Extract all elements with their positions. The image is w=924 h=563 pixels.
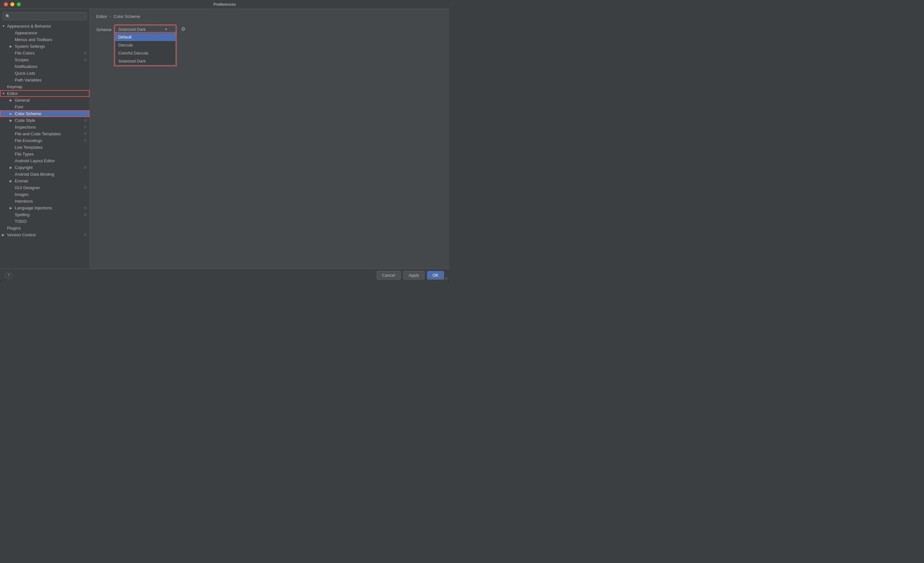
sidebar-item-label: Android Layout Editor [15, 159, 55, 163]
arrow-icon: ▼ [2, 92, 6, 95]
sidebar-item-label: Appearance [15, 30, 37, 35]
cancel-button[interactable]: Cancel [376, 271, 400, 280]
minimize-button[interactable] [10, 2, 14, 6]
sidebar-item-gui-designer[interactable]: GUI Designer⚙ [0, 184, 90, 191]
scheme-gear-button[interactable]: ⚙ [179, 25, 188, 33]
sidebar-item-keymap[interactable]: Keymap [0, 83, 90, 90]
sidebar-items-container: ▼Appearance & BehaviorAppearanceMenus an… [0, 23, 90, 238]
sidebar-item-label: Images [15, 192, 28, 197]
scheme-dropdown[interactable]: Solarized Dark ▼ [115, 25, 176, 33]
gear-icon: ⚙ [84, 125, 87, 129]
title-bar: Preferences [0, 0, 449, 9]
sidebar-item-general[interactable]: ▶General [0, 97, 90, 103]
sidebar-item-label: Path Variables [15, 78, 42, 82]
watermark: @51CTO博客 [428, 276, 448, 281]
sidebar-item-language-injections[interactable]: ▶Language Injections⚙ [0, 205, 90, 211]
sidebar-item-plugins[interactable]: Plugins [0, 225, 90, 232]
maximize-button[interactable] [16, 2, 21, 6]
sidebar-item-images[interactable]: Images [0, 191, 90, 198]
gear-icon: ⚙ [84, 186, 87, 190]
sidebar-item-copyright[interactable]: ▶Copyright⚙ [0, 164, 90, 171]
search-input[interactable] [12, 14, 84, 19]
sidebar-item-label: TODO [15, 219, 27, 224]
bottom-bar: ? Cancel Apply OK @51CTO博客 [0, 269, 449, 282]
sidebar-item-todo[interactable]: TODO [0, 218, 90, 225]
arrow-icon: ▶ [10, 45, 14, 48]
arrow-icon: ▶ [10, 118, 14, 122]
sidebar-item-file-encodings[interactable]: File Encodings⚙ [0, 137, 90, 144]
preferences-window: Preferences 🔍 ▼Appearance & BehaviorAppe… [0, 0, 449, 282]
sidebar-item-live-templates[interactable]: Live Templates [0, 144, 90, 151]
sidebar-item-label: Keymap [7, 84, 22, 89]
sidebar-item-label: Font [15, 105, 23, 109]
sidebar-item-label: Appearance & Behavior [7, 24, 51, 28]
sidebar-item-android-layout-editor[interactable]: Android Layout Editor [0, 157, 90, 164]
sidebar-item-quick-lists[interactable]: Quick Lists [0, 70, 90, 76]
dropdown-item-darcula[interactable]: Darcula [115, 41, 176, 49]
sidebar-item-label: Live Templates [15, 145, 42, 150]
dropdown-item-colorful-darcula[interactable]: Colorful Darcula [115, 49, 176, 57]
sidebar-item-label: Version Control [7, 232, 36, 237]
sidebar-item-appearance-behavior[interactable]: ▼Appearance & Behavior [0, 23, 90, 30]
search-box[interactable]: 🔍 [3, 12, 87, 20]
sidebar-item-path-variables[interactable]: Path Variables [0, 76, 90, 83]
traffic-lights [4, 2, 21, 6]
breadcrumb-separator: › [110, 14, 111, 19]
sidebar-item-label: Notifications [15, 64, 38, 69]
sidebar-item-scopes[interactable]: Scopes⚙ [0, 57, 90, 63]
scheme-dropdown-menu: DefaultDarculaColorful DarculaSolarized … [115, 33, 176, 65]
sidebar-item-file-colors[interactable]: File Colors⚙ [0, 50, 90, 57]
gear-icon: ⚙ [84, 132, 87, 136]
sidebar-item-version-control[interactable]: ▶Version Control⚙ [0, 232, 90, 238]
sidebar-item-appearance[interactable]: Appearance [0, 30, 90, 36]
sidebar-item-notifications[interactable]: Notifications [0, 63, 90, 70]
sidebar-item-menus-toolbars[interactable]: Menus and Toolbars [0, 36, 90, 43]
arrow-icon: ▶ [10, 179, 14, 183]
sidebar-item-file-types[interactable]: File Types [0, 151, 90, 157]
sidebar-item-label: Copyright [15, 165, 33, 170]
sidebar-item-android-data-binding[interactable]: Android Data Binding [0, 171, 90, 178]
gear-icon: ⚙ [84, 165, 87, 169]
dropdown-item-default[interactable]: Default [115, 33, 176, 41]
sidebar-item-font[interactable]: Font [0, 103, 90, 110]
arrow-icon: ▶ [10, 206, 14, 210]
sidebar-item-label: Color Scheme [15, 111, 41, 116]
sidebar-item-editor[interactable]: ▼Editor [0, 90, 90, 97]
sidebar-item-emmet[interactable]: ▶Emmet [0, 178, 90, 184]
sidebar-item-file-code-templates[interactable]: File and Code Templates⚙ [0, 130, 90, 137]
sidebar-item-color-scheme[interactable]: ▶Color Scheme [0, 110, 90, 117]
gear-icon: ⚙ [84, 58, 87, 62]
main-panel: Editor › Color Scheme Scheme Solarized D… [90, 9, 449, 269]
sidebar-item-label: General [15, 98, 30, 103]
sidebar-item-label: File and Code Templates [15, 132, 61, 136]
arrow-icon: ▶ [10, 99, 14, 102]
sidebar-item-intentions[interactable]: Intentions [0, 198, 90, 205]
gear-icon: ⚙ [84, 213, 87, 217]
help-button[interactable]: ? [5, 272, 12, 279]
apply-button[interactable]: Apply [403, 271, 425, 280]
gear-icon: ⚙ [84, 51, 87, 55]
sidebar-item-label: System Settings [15, 44, 45, 49]
breadcrumb-part2: Color Scheme [114, 14, 140, 19]
sidebar-item-code-style[interactable]: ▶Code Style⚙ [0, 117, 90, 124]
scheme-label: Scheme [96, 25, 112, 32]
sidebar-item-label: Code Style [15, 118, 35, 123]
scheme-row: Scheme Solarized Dark ▼ DefaultDarculaCo… [96, 25, 443, 33]
arrow-icon: ▼ [2, 24, 6, 28]
arrow-icon: ▶ [2, 233, 6, 237]
sidebar-item-inspections[interactable]: Inspections⚙ [0, 124, 90, 130]
sidebar-item-system-settings[interactable]: ▶System Settings [0, 43, 90, 50]
dropdown-item-solarized-dark[interactable]: Solarized Dark [115, 57, 176, 65]
search-icon: 🔍 [6, 14, 10, 19]
breadcrumb: Editor › Color Scheme [96, 14, 443, 19]
gear-icon: ⚙ [84, 206, 87, 210]
gear-icon: ⚙ [84, 139, 87, 143]
dropdown-current-value: Solarized Dark [118, 27, 146, 32]
sidebar-item-label: File Colors [15, 51, 34, 55]
breadcrumb-part1: Editor [96, 14, 107, 19]
sidebar-item-label: Inspections [15, 125, 36, 130]
scheme-dropdown-container: Solarized Dark ▼ DefaultDarculaColorful … [115, 25, 176, 33]
window-title: Preferences [213, 2, 236, 7]
sidebar-item-spelling[interactable]: Spelling⚙ [0, 211, 90, 218]
close-button[interactable] [4, 2, 8, 6]
